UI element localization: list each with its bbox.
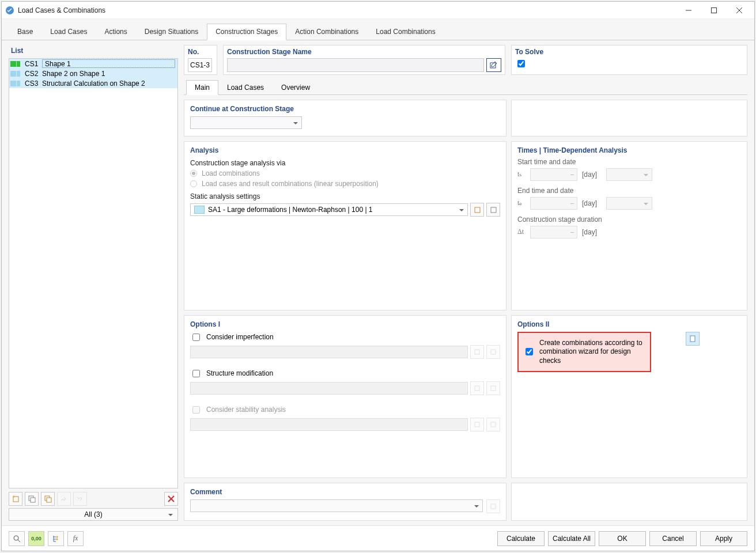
delete-button[interactable] bbox=[164, 492, 178, 506]
analysis-title: Analysis bbox=[190, 146, 500, 154]
sub-tab-load-cases[interactable]: Load Cases bbox=[218, 80, 273, 95]
minimize-button[interactable] bbox=[676, 2, 701, 18]
continue-card: Continue at Construction Stage bbox=[184, 100, 506, 137]
svg-rect-18 bbox=[491, 386, 496, 391]
radio-linear-superposition: Load cases and result combinations (line… bbox=[190, 180, 500, 188]
copy-item-button[interactable] bbox=[25, 492, 39, 506]
footer-function-button[interactable]: fx bbox=[67, 531, 84, 546]
comment-card: Comment bbox=[184, 483, 506, 521]
static-settings-label: Static analysis settings bbox=[190, 192, 500, 200]
end-date-dropdown bbox=[606, 197, 652, 210]
imperfection-checkbox[interactable] bbox=[192, 334, 200, 341]
imperfection-input bbox=[190, 346, 468, 358]
list-item-name: Shape 2 on Shape 1 bbox=[42, 70, 105, 78]
list-item-code: CS3 bbox=[24, 79, 39, 88]
name-box: Construction Stage Name bbox=[223, 45, 505, 75]
filter-dropdown[interactable]: All (3) bbox=[9, 508, 178, 521]
to-solve-checkbox[interactable] bbox=[517, 60, 525, 67]
times-title: Times | Time-Dependent Analysis bbox=[517, 146, 741, 154]
svg-line-24 bbox=[18, 540, 20, 542]
no-input[interactable]: CS1-3 bbox=[188, 58, 212, 72]
sa-edit-button[interactable] bbox=[486, 203, 500, 217]
list-toolbar bbox=[9, 492, 178, 506]
tool-disabled-2 bbox=[73, 492, 87, 506]
list-item-name-edit[interactable]: Shape 1 bbox=[42, 59, 175, 68]
radio-icon bbox=[190, 170, 197, 177]
footer: 0,00 fx Calculate Calculate All OK Cance… bbox=[2, 525, 754, 551]
continue-dropdown[interactable] bbox=[190, 116, 302, 129]
titlebar: Load Cases & Combinations bbox=[2, 2, 754, 19]
imperfection-new-button bbox=[470, 345, 484, 359]
comment-input[interactable] bbox=[190, 499, 483, 512]
tab-base[interactable]: Base bbox=[9, 24, 41, 40]
calculate-button[interactable]: Calculate bbox=[497, 531, 545, 546]
stage-list[interactable]: CS1 Shape 1 CS2 Shape 2 on Shape 1 CS3 S… bbox=[9, 58, 178, 488]
document-icon bbox=[689, 335, 697, 343]
structure-mod-check-row: Structure modification bbox=[190, 368, 500, 379]
apply-button[interactable]: Apply bbox=[700, 531, 747, 546]
tab-load-combinations[interactable]: Load Combinations bbox=[367, 24, 444, 40]
end-time-input bbox=[530, 197, 577, 210]
list-header: List bbox=[9, 45, 178, 58]
tab-construction-stages[interactable]: Construction Stages bbox=[207, 24, 286, 40]
sub-tab-overview[interactable]: Overview bbox=[273, 80, 319, 95]
copy-item-button-2[interactable] bbox=[41, 492, 55, 506]
edit-icon bbox=[490, 61, 498, 69]
search-icon bbox=[13, 535, 21, 543]
rename-button[interactable] bbox=[486, 58, 501, 72]
svg-rect-7 bbox=[31, 498, 35, 502]
stage-name-input[interactable] bbox=[227, 58, 484, 72]
svg-rect-2 bbox=[712, 7, 717, 13]
options2-settings-button[interactable] bbox=[686, 332, 700, 346]
solve-label: To Solve bbox=[515, 48, 743, 56]
right-panel: No. CS1-3 Construction Stage Name To Sol… bbox=[184, 45, 747, 521]
footer-search-button[interactable] bbox=[9, 531, 25, 546]
tab-action-combinations[interactable]: Action Combinations bbox=[286, 24, 367, 40]
svg-rect-21 bbox=[690, 336, 695, 342]
list-item-code: CS2 bbox=[24, 70, 39, 78]
structure-mod-checkbox[interactable] bbox=[192, 370, 200, 377]
imperfection-edit-button bbox=[486, 345, 500, 359]
sub-tab-main[interactable]: Main bbox=[186, 80, 218, 95]
analysis-via-label: Construction stage analysis via bbox=[190, 159, 500, 167]
list-item-name: Structural Calculation on Shape 2 bbox=[42, 79, 145, 88]
new-item-button[interactable] bbox=[9, 492, 22, 506]
stability-new-button bbox=[470, 418, 484, 431]
footer-units-button[interactable]: 0,00 bbox=[28, 531, 44, 546]
create-combinations-highlight: Create combinations according to combina… bbox=[517, 332, 651, 373]
static-analysis-dropdown[interactable]: SA1 - Large deformations | Newton-Raphso… bbox=[190, 203, 468, 216]
sa-new-button[interactable] bbox=[470, 203, 484, 217]
tab-load-cases[interactable]: Load Cases bbox=[41, 24, 96, 40]
svg-rect-9 bbox=[47, 498, 51, 502]
list-item[interactable]: CS3 Structural Calculation on Shape 2 bbox=[9, 78, 177, 88]
ok-button[interactable]: OK bbox=[599, 531, 646, 546]
radio-load-combinations: Load combinations bbox=[190, 169, 500, 177]
svg-rect-17 bbox=[475, 386, 479, 391]
empty-card-bottom bbox=[511, 483, 747, 521]
svg-rect-13 bbox=[475, 207, 480, 213]
svg-rect-20 bbox=[491, 422, 496, 427]
tab-actions[interactable]: Actions bbox=[96, 24, 135, 40]
structure-mod-input bbox=[190, 382, 468, 395]
svg-point-23 bbox=[14, 536, 18, 540]
tab-design-situations[interactable]: Design Situations bbox=[136, 24, 207, 40]
list-item[interactable]: CS1 Shape 1 bbox=[9, 59, 177, 69]
list-panel: List CS1 Shape 1 CS2 Shape 2 on Shape 1 … bbox=[9, 45, 178, 521]
imperfection-check-row: Consider imperfection bbox=[190, 332, 500, 343]
list-item-code: CS1 bbox=[24, 60, 39, 68]
close-button[interactable] bbox=[727, 2, 752, 18]
maximize-button[interactable] bbox=[701, 2, 727, 18]
list-item[interactable]: CS2 Shape 2 on Shape 1 bbox=[9, 69, 177, 78]
calculate-all-button[interactable]: Calculate All bbox=[548, 531, 595, 546]
svg-rect-15 bbox=[475, 350, 479, 354]
app-icon bbox=[5, 6, 14, 15]
empty-card-top bbox=[511, 100, 747, 137]
create-combinations-checkbox[interactable] bbox=[526, 348, 533, 355]
no-box: No. CS1-3 bbox=[184, 45, 217, 75]
start-time-input bbox=[530, 168, 577, 181]
footer-tree-button[interactable] bbox=[48, 531, 64, 546]
structure-mod-new-button bbox=[470, 381, 484, 395]
window-title: Load Cases & Combinations bbox=[18, 6, 676, 14]
cancel-button[interactable]: Cancel bbox=[649, 531, 697, 546]
times-card: Times | Time-Dependent Analysis Start ti… bbox=[511, 141, 747, 310]
